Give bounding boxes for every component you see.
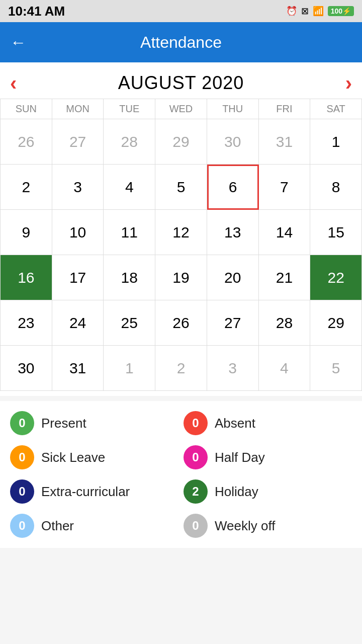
calendar-cell[interactable]: 17 (52, 255, 104, 300)
calendar-cell[interactable]: 5 (155, 165, 207, 210)
calendar-cell[interactable]: 2 (1, 165, 52, 210)
date-number: 13 (220, 219, 246, 246)
status-time: 10:41 AM (8, 4, 65, 19)
calendar-cell[interactable]: 28 (104, 119, 155, 165)
date-number: 18 (116, 265, 142, 291)
calendar-cell[interactable]: 31 (259, 119, 311, 165)
date-number: 4 (271, 355, 297, 381)
day-header-mon: MON (52, 99, 104, 119)
day-header-sat: SAT (310, 99, 362, 119)
day-headers: SUNMONTUEWEDTHUFRISAT (0, 99, 362, 119)
date-number: 27 (65, 129, 91, 155)
date-number: 30 (220, 129, 246, 155)
calendar-cell[interactable]: 25 (104, 300, 155, 346)
calendar-cell[interactable]: 1 (104, 346, 155, 391)
calendar-cell[interactable]: 8 (310, 165, 362, 210)
date-number: 15 (323, 219, 349, 246)
header-title: Attendance (36, 33, 326, 52)
status-icons: ⏰ ⊠ 📶 100 ⚡ (286, 6, 354, 17)
calendar-cell[interactable]: 20 (207, 255, 259, 300)
date-number: 19 (168, 265, 194, 291)
month-nav: ‹ AUGUST 2020 › (0, 67, 362, 99)
calendar-cell[interactable]: 13 (207, 210, 259, 255)
date-number: 30 (13, 355, 39, 381)
calendar-cell[interactable]: 7 (259, 165, 311, 210)
calendar-cell[interactable]: 11 (104, 210, 155, 255)
calendar-cell[interactable]: 27 (207, 300, 259, 346)
calendar-cell[interactable]: 9 (1, 210, 52, 255)
calendar-cell[interactable]: 3 (207, 346, 259, 391)
date-number: 4 (116, 174, 142, 200)
next-month-button[interactable]: › (345, 73, 352, 93)
legend-item-absent: 0Absent (184, 411, 352, 435)
calendar-cell[interactable]: 14 (259, 210, 311, 255)
day-header-thu: THU (207, 99, 259, 119)
legend-label: Other (41, 518, 74, 534)
date-number: 28 (271, 310, 297, 336)
date-number: 21 (271, 265, 297, 291)
calendar-cell[interactable]: 22 (310, 255, 362, 300)
date-number: 2 (13, 174, 39, 200)
calendar-cell[interactable]: 2 (155, 346, 207, 391)
date-number: 11 (116, 219, 142, 246)
calendar-cell[interactable]: 16 (1, 255, 52, 300)
day-header-tue: TUE (104, 99, 155, 119)
calendar-cell[interactable]: 5 (310, 346, 362, 391)
date-number: 5 (323, 355, 349, 381)
date-number: 1 (323, 129, 349, 155)
calendar-cell[interactable]: 12 (155, 210, 207, 255)
calendar-cell[interactable]: 6 (207, 165, 259, 210)
legend-grid: 0Present0Absent0Sick Leave0Half Day0Extr… (10, 411, 352, 538)
day-header-fri: FRI (259, 99, 311, 119)
date-number: 9 (13, 219, 39, 246)
calendar-cell[interactable]: 10 (52, 210, 104, 255)
prev-month-button[interactable]: ‹ (10, 73, 17, 93)
legend-item-half-day: 0Half Day (184, 445, 352, 469)
wifi-icon: 📶 (313, 6, 324, 17)
calendar-cell[interactable]: 19 (155, 255, 207, 300)
legend-label: Weekly off (215, 518, 275, 534)
date-number: 25 (116, 310, 142, 336)
date-number: 2 (168, 355, 194, 381)
calendar-cell[interactable]: 21 (259, 255, 311, 300)
date-number: 3 (65, 174, 91, 200)
date-number: 22 (323, 265, 349, 291)
calendar-cell[interactable]: 29 (310, 300, 362, 346)
legend-badge: 0 (184, 411, 208, 435)
calendar-cell[interactable]: 26 (155, 300, 207, 346)
calendar-cell[interactable]: 30 (207, 119, 259, 165)
calendar-cell[interactable]: 4 (259, 346, 311, 391)
legend-label: Extra-curricular (41, 484, 130, 500)
date-number: 28 (116, 129, 142, 155)
legend-badge: 0 (10, 479, 34, 504)
calendar-cell[interactable]: 30 (1, 346, 52, 391)
calendar-cell[interactable]: 3 (52, 165, 104, 210)
calendar-cell[interactable]: 15 (310, 210, 362, 255)
app-header: ← Attendance (0, 22, 362, 62)
month-title: AUGUST 2020 (118, 72, 244, 94)
legend-badge: 0 (184, 445, 208, 469)
date-number: 10 (65, 219, 91, 246)
date-number: 12 (168, 219, 194, 246)
legend-item-extra-curricular: 0Extra-curricular (10, 479, 178, 504)
calendar-cell[interactable]: 29 (155, 119, 207, 165)
back-button[interactable]: ← (10, 33, 26, 52)
legend-item-present: 0Present (10, 411, 178, 435)
date-number: 24 (65, 310, 91, 336)
calendar-cell[interactable]: 23 (1, 300, 52, 346)
date-number: 8 (323, 174, 349, 200)
date-number: 5 (168, 174, 194, 200)
calendar-cell[interactable]: 31 (52, 346, 104, 391)
date-number: 14 (271, 219, 297, 246)
legend-item-sick-leave: 0Sick Leave (10, 445, 178, 469)
calendar-cell[interactable]: 1 (310, 119, 362, 165)
calendar-cell[interactable]: 4 (104, 165, 155, 210)
date-number: 31 (271, 129, 297, 155)
legend-badge: 0 (10, 514, 34, 538)
calendar-cell[interactable]: 26 (1, 119, 52, 165)
legend-badge: 0 (184, 514, 208, 538)
calendar-cell[interactable]: 18 (104, 255, 155, 300)
calendar-cell[interactable]: 24 (52, 300, 104, 346)
calendar-cell[interactable]: 27 (52, 119, 104, 165)
calendar-cell[interactable]: 28 (259, 300, 311, 346)
